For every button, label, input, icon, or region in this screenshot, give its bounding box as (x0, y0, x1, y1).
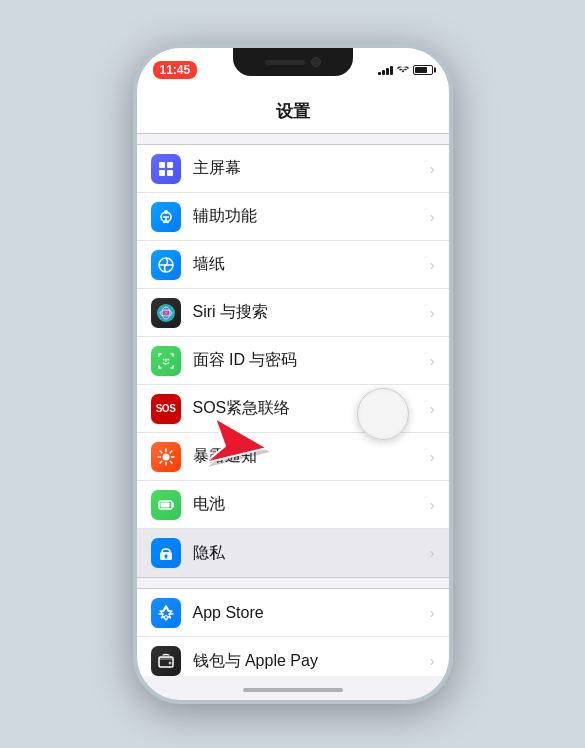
settings-item-privacy[interactable]: 隐私 › (137, 529, 449, 577)
settings-group-2: App Store › 钱包与 Apple Pay › (137, 588, 449, 676)
signal-bar-3 (386, 68, 389, 75)
svg-rect-3 (167, 170, 173, 176)
settings-item-exposure[interactable]: 暴露通知 › (137, 433, 449, 481)
appstore-chevron: › (430, 605, 435, 621)
battery-chevron: › (430, 497, 435, 513)
settings-item-home-screen[interactable]: 主屏幕 › (137, 145, 449, 193)
page-title-bar: 设置 (137, 92, 449, 134)
settings-item-siri[interactable]: Siri 与搜索 › (137, 289, 449, 337)
privacy-chevron: › (430, 545, 435, 561)
settings-item-wallet[interactable]: 钱包与 Apple Pay › (137, 637, 449, 676)
svg-point-16 (167, 358, 169, 360)
siri-chevron: › (430, 305, 435, 321)
svg-line-25 (170, 451, 172, 453)
notch-camera (311, 57, 321, 67)
status-bar: 11:45 (137, 48, 449, 92)
home-screen-chevron: › (430, 161, 435, 177)
svg-point-35 (168, 662, 171, 665)
svg-line-26 (160, 461, 162, 463)
settings-group-1: 主屏幕 › 辅助功能 › 墙纸 › (137, 144, 449, 578)
siri-icon (151, 298, 181, 328)
settings-item-appstore[interactable]: App Store › (137, 589, 449, 637)
signal-bar-1 (378, 72, 381, 75)
wallet-icon (151, 646, 181, 676)
signal-bars-icon (378, 65, 393, 75)
appstore-label: App Store (193, 604, 426, 622)
svg-point-15 (162, 358, 164, 360)
settings-item-battery[interactable]: 电池 › (137, 481, 449, 529)
battery-settings-icon (151, 490, 181, 520)
svg-rect-34 (159, 657, 173, 660)
svg-rect-29 (160, 502, 169, 507)
home-screen-label: 主屏幕 (193, 158, 426, 179)
faceid-label: 面容 ID 与密码 (193, 350, 426, 371)
svg-rect-0 (159, 162, 165, 168)
accessibility-label: 辅助功能 (193, 206, 426, 227)
privacy-icon (151, 538, 181, 568)
sos-label: SOS紧急联络 (193, 398, 426, 419)
svg-rect-1 (167, 162, 173, 168)
notch (233, 48, 353, 76)
settings-item-sos[interactable]: SOS SOS紧急联络 › (137, 385, 449, 433)
svg-point-18 (162, 453, 169, 460)
battery-fill (415, 67, 428, 73)
settings-scroll[interactable]: 主屏幕 › 辅助功能 › 墙纸 › (137, 134, 449, 676)
accessibility-icon (151, 202, 181, 232)
wallet-chevron: › (430, 653, 435, 669)
wifi-icon (397, 64, 409, 76)
sos-chevron: › (430, 401, 435, 417)
privacy-label: 隐私 (193, 543, 426, 564)
wallpaper-label: 墙纸 (193, 254, 426, 275)
faceid-chevron: › (430, 353, 435, 369)
home-screen-icon (151, 154, 181, 184)
svg-line-23 (160, 451, 162, 453)
screen: 11:45 (137, 48, 449, 700)
status-time: 11:45 (153, 61, 198, 79)
battery-icon (413, 65, 433, 75)
battery-label: 电池 (193, 494, 426, 515)
wallet-label: 钱包与 Apple Pay (193, 651, 426, 672)
phone-frame: 11:45 (133, 44, 453, 704)
svg-rect-2 (159, 170, 165, 176)
signal-bar-4 (390, 66, 393, 75)
faceid-icon (151, 346, 181, 376)
accessibility-chevron: › (430, 209, 435, 225)
sos-icon: SOS (151, 394, 181, 424)
signal-bar-2 (382, 70, 385, 75)
home-indicator (243, 688, 343, 692)
siri-label: Siri 与搜索 (193, 302, 426, 323)
settings-item-faceid[interactable]: 面容 ID 与密码 › (137, 337, 449, 385)
settings-item-wallpaper[interactable]: 墙纸 › (137, 241, 449, 289)
settings-item-accessibility[interactable]: 辅助功能 › (137, 193, 449, 241)
svg-line-24 (170, 461, 172, 463)
wallpaper-chevron: › (430, 257, 435, 273)
exposure-chevron: › (430, 449, 435, 465)
appstore-icon (151, 598, 181, 628)
status-icons (378, 64, 433, 76)
notch-speaker (265, 60, 305, 65)
exposure-label: 暴露通知 (193, 446, 426, 467)
exposure-icon (151, 442, 181, 472)
wallpaper-icon (151, 250, 181, 280)
page-title: 设置 (276, 102, 310, 121)
